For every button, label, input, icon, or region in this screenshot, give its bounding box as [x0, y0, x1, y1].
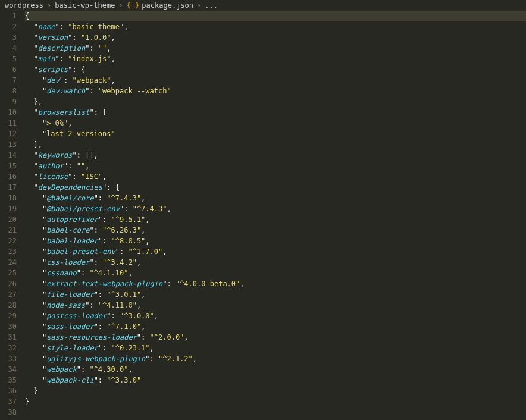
- code-line[interactable]: "babel-loader": "^8.0.5",: [25, 236, 526, 246]
- json-icon: { }: [127, 1, 140, 10]
- line-number: 27: [0, 289, 17, 300]
- line-number: 30: [0, 321, 17, 332]
- line-number: 7: [0, 75, 17, 86]
- line-number: 35: [0, 375, 17, 385]
- code-line[interactable]: "author": "",: [25, 161, 526, 171]
- code-line[interactable]: "scripts": {: [25, 64, 526, 75]
- line-number: 26: [0, 278, 17, 289]
- code-line[interactable]: "file-loader": "^3.0.1",: [25, 289, 526, 300]
- line-number: 32: [0, 343, 17, 353]
- chevron-right-icon: ›: [197, 1, 201, 10]
- line-number: 9: [0, 96, 17, 107]
- line-number: 20: [0, 214, 17, 225]
- line-number: 25: [0, 268, 17, 278]
- line-number: 12: [0, 128, 17, 139]
- code-line[interactable]: "css-loader": "^3.4.2",: [25, 257, 526, 268]
- line-number: 14: [0, 150, 17, 161]
- code-line[interactable]: "babel-core": "^6.26.3",: [25, 225, 526, 236]
- code-line[interactable]: ],: [25, 139, 526, 150]
- line-number: 31: [0, 332, 17, 343]
- line-number: 13: [0, 139, 17, 150]
- code-line[interactable]: "license": "ISC",: [25, 171, 526, 182]
- chevron-right-icon: ›: [47, 1, 51, 10]
- code-line[interactable]: [25, 407, 526, 418]
- line-number: 6: [0, 64, 17, 75]
- line-number: 11: [0, 118, 17, 128]
- code-line[interactable]: "main": "index.js",: [25, 54, 526, 64]
- code-line[interactable]: "browserslist": [: [25, 107, 526, 118]
- code-line[interactable]: "name": "basic-theme",: [25, 21, 526, 32]
- code-line[interactable]: "> 0%",: [25, 118, 526, 128]
- line-number: 15: [0, 161, 17, 171]
- line-number: 23: [0, 246, 17, 257]
- line-number: 28: [0, 300, 17, 311]
- line-number: 16: [0, 171, 17, 182]
- code-area[interactable]: { "name": "basic-theme", "version": "1.0…: [25, 11, 526, 418]
- line-number: 36: [0, 385, 17, 396]
- line-number: 22: [0, 236, 17, 246]
- line-number: 4: [0, 43, 17, 54]
- line-number: 1: [0, 11, 17, 21]
- breadcrumb[interactable]: wordpress › basic-wp-theme › { } package…: [0, 0, 526, 11]
- code-line[interactable]: }: [25, 396, 526, 407]
- line-number: 2: [0, 21, 17, 32]
- line-number: 5: [0, 54, 17, 64]
- line-number-gutter: 1234567891011121314151617181920212223242…: [0, 11, 25, 418]
- code-line[interactable]: "sass-resources-loader": "^2.0.0",: [25, 332, 526, 343]
- line-number: 33: [0, 353, 17, 364]
- code-line[interactable]: "description": "",: [25, 43, 526, 54]
- line-number: 18: [0, 193, 17, 203]
- code-line[interactable]: "cssnano": "^4.1.10",: [25, 268, 526, 278]
- line-number: 38: [0, 407, 17, 418]
- line-number: 29: [0, 311, 17, 321]
- breadcrumb-seg[interactable]: wordpress: [5, 1, 43, 10]
- breadcrumb-file[interactable]: package.json: [142, 1, 193, 10]
- code-line[interactable]: "postcss-loader": "^3.0.0",: [25, 311, 526, 321]
- code-line[interactable]: "@babel/preset-env": "^7.4.3",: [25, 203, 526, 214]
- line-number: 37: [0, 396, 17, 407]
- line-number: 17: [0, 182, 17, 193]
- line-number: 19: [0, 203, 17, 214]
- line-number: 21: [0, 225, 17, 236]
- code-line[interactable]: "uglifyjs-webpack-plugin": "^2.1.2",: [25, 353, 526, 364]
- code-line[interactable]: "last 2 versions": [25, 128, 526, 139]
- code-line[interactable]: "node-sass": "^4.11.0",: [25, 300, 526, 311]
- chevron-right-icon: ›: [118, 1, 123, 10]
- code-line[interactable]: "dev": "webpack",: [25, 75, 526, 86]
- code-line[interactable]: "@babel/core": "^7.4.3",: [25, 193, 526, 203]
- line-number: 8: [0, 86, 17, 96]
- line-number: 24: [0, 257, 17, 268]
- code-line[interactable]: "dev:watch": "webpack --watch": [25, 86, 526, 96]
- code-line[interactable]: "devDependencies": {: [25, 182, 526, 193]
- code-line[interactable]: "sass-loader": "^7.1.0",: [25, 321, 526, 332]
- code-line[interactable]: "extract-text-webpack-plugin": "^4.0.0-b…: [25, 278, 526, 289]
- breadcrumb-tail: ...: [205, 1, 218, 10]
- code-line[interactable]: "babel-preset-env": "^1.7.0",: [25, 246, 526, 257]
- code-editor[interactable]: 1234567891011121314151617181920212223242…: [0, 11, 526, 418]
- code-line[interactable]: }: [25, 385, 526, 396]
- code-line[interactable]: "autoprefixer": "^9.5.1",: [25, 214, 526, 225]
- code-line[interactable]: },: [25, 96, 526, 107]
- code-line[interactable]: "style-loader": "^0.23.1",: [25, 343, 526, 353]
- code-line[interactable]: "keywords": [],: [25, 150, 526, 161]
- breadcrumb-seg[interactable]: basic-wp-theme: [55, 1, 115, 10]
- code-line[interactable]: "webpack": "^4.30.0",: [25, 364, 526, 375]
- line-number: 3: [0, 32, 17, 43]
- code-line[interactable]: {: [25, 11, 526, 21]
- code-line[interactable]: "version": "1.0.0",: [25, 32, 526, 43]
- line-number: 10: [0, 107, 17, 118]
- code-line[interactable]: "webpack-cli": "^3.3.0": [25, 375, 526, 385]
- line-number: 34: [0, 364, 17, 375]
